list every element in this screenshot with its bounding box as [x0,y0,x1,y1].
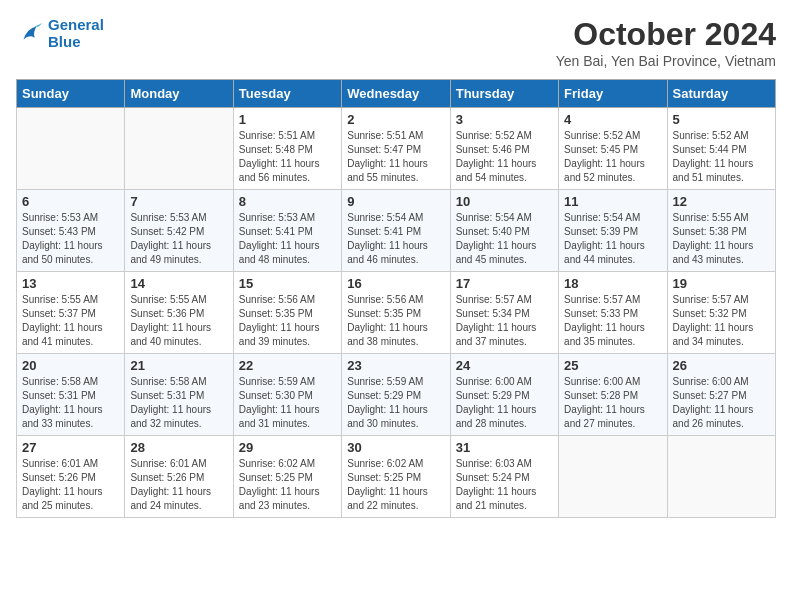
calendar-cell [559,436,667,518]
day-number: 20 [22,358,119,373]
day-info: Sunrise: 5:51 AMSunset: 5:47 PMDaylight:… [347,129,444,185]
logo: General Blue [16,16,104,50]
month-title: October 2024 [556,16,776,53]
calendar-cell: 18Sunrise: 5:57 AMSunset: 5:33 PMDayligh… [559,272,667,354]
calendar-cell: 10Sunrise: 5:54 AMSunset: 5:40 PMDayligh… [450,190,558,272]
calendar-cell: 26Sunrise: 6:00 AMSunset: 5:27 PMDayligh… [667,354,775,436]
calendar-cell: 20Sunrise: 5:58 AMSunset: 5:31 PMDayligh… [17,354,125,436]
day-info: Sunrise: 6:01 AMSunset: 5:26 PMDaylight:… [22,457,119,513]
calendar-cell [17,108,125,190]
day-info: Sunrise: 6:02 AMSunset: 5:25 PMDaylight:… [239,457,336,513]
day-header-saturday: Saturday [667,80,775,108]
calendar-cell: 19Sunrise: 5:57 AMSunset: 5:32 PMDayligh… [667,272,775,354]
day-info: Sunrise: 6:01 AMSunset: 5:26 PMDaylight:… [130,457,227,513]
day-info: Sunrise: 5:54 AMSunset: 5:39 PMDaylight:… [564,211,661,267]
day-number: 6 [22,194,119,209]
calendar-cell: 29Sunrise: 6:02 AMSunset: 5:25 PMDayligh… [233,436,341,518]
day-info: Sunrise: 5:57 AMSunset: 5:34 PMDaylight:… [456,293,553,349]
calendar-cell: 23Sunrise: 5:59 AMSunset: 5:29 PMDayligh… [342,354,450,436]
day-number: 11 [564,194,661,209]
day-number: 23 [347,358,444,373]
calendar-cell: 27Sunrise: 6:01 AMSunset: 5:26 PMDayligh… [17,436,125,518]
calendar-table: SundayMondayTuesdayWednesdayThursdayFrid… [16,79,776,518]
day-number: 31 [456,440,553,455]
calendar-cell: 21Sunrise: 5:58 AMSunset: 5:31 PMDayligh… [125,354,233,436]
calendar-cell: 31Sunrise: 6:03 AMSunset: 5:24 PMDayligh… [450,436,558,518]
day-info: Sunrise: 5:52 AMSunset: 5:44 PMDaylight:… [673,129,770,185]
day-header-tuesday: Tuesday [233,80,341,108]
day-number: 18 [564,276,661,291]
title-block: October 2024 Yen Bai, Yen Bai Province, … [556,16,776,69]
calendar-week-5: 27Sunrise: 6:01 AMSunset: 5:26 PMDayligh… [17,436,776,518]
day-number: 2 [347,112,444,127]
calendar-cell: 30Sunrise: 6:02 AMSunset: 5:25 PMDayligh… [342,436,450,518]
day-number: 26 [673,358,770,373]
calendar-cell: 5Sunrise: 5:52 AMSunset: 5:44 PMDaylight… [667,108,775,190]
calendar-cell: 22Sunrise: 5:59 AMSunset: 5:30 PMDayligh… [233,354,341,436]
day-number: 10 [456,194,553,209]
calendar-cell: 15Sunrise: 5:56 AMSunset: 5:35 PMDayligh… [233,272,341,354]
day-number: 21 [130,358,227,373]
calendar-cell: 1Sunrise: 5:51 AMSunset: 5:48 PMDaylight… [233,108,341,190]
day-info: Sunrise: 5:52 AMSunset: 5:46 PMDaylight:… [456,129,553,185]
page-header: General Blue October 2024 Yen Bai, Yen B… [16,16,776,69]
calendar-cell: 24Sunrise: 6:00 AMSunset: 5:29 PMDayligh… [450,354,558,436]
calendar-cell: 7Sunrise: 5:53 AMSunset: 5:42 PMDaylight… [125,190,233,272]
day-number: 24 [456,358,553,373]
calendar-cell: 13Sunrise: 5:55 AMSunset: 5:37 PMDayligh… [17,272,125,354]
day-number: 8 [239,194,336,209]
calendar-cell: 14Sunrise: 5:55 AMSunset: 5:36 PMDayligh… [125,272,233,354]
day-header-monday: Monday [125,80,233,108]
day-number: 28 [130,440,227,455]
day-info: Sunrise: 5:54 AMSunset: 5:40 PMDaylight:… [456,211,553,267]
calendar-cell: 8Sunrise: 5:53 AMSunset: 5:41 PMDaylight… [233,190,341,272]
day-number: 7 [130,194,227,209]
day-number: 30 [347,440,444,455]
calendar-week-2: 6Sunrise: 5:53 AMSunset: 5:43 PMDaylight… [17,190,776,272]
calendar-week-1: 1Sunrise: 5:51 AMSunset: 5:48 PMDaylight… [17,108,776,190]
day-info: Sunrise: 5:53 AMSunset: 5:41 PMDaylight:… [239,211,336,267]
day-number: 9 [347,194,444,209]
logo-icon [16,19,44,47]
day-number: 19 [673,276,770,291]
day-info: Sunrise: 5:55 AMSunset: 5:37 PMDaylight:… [22,293,119,349]
calendar-cell: 4Sunrise: 5:52 AMSunset: 5:45 PMDaylight… [559,108,667,190]
day-number: 4 [564,112,661,127]
calendar-cell: 11Sunrise: 5:54 AMSunset: 5:39 PMDayligh… [559,190,667,272]
day-info: Sunrise: 5:53 AMSunset: 5:43 PMDaylight:… [22,211,119,267]
logo-text: General Blue [48,16,104,50]
day-number: 25 [564,358,661,373]
day-number: 22 [239,358,336,373]
day-info: Sunrise: 5:54 AMSunset: 5:41 PMDaylight:… [347,211,444,267]
calendar-body: 1Sunrise: 5:51 AMSunset: 5:48 PMDaylight… [17,108,776,518]
day-info: Sunrise: 5:56 AMSunset: 5:35 PMDaylight:… [239,293,336,349]
calendar-cell: 2Sunrise: 5:51 AMSunset: 5:47 PMDaylight… [342,108,450,190]
day-info: Sunrise: 5:57 AMSunset: 5:33 PMDaylight:… [564,293,661,349]
calendar-cell: 12Sunrise: 5:55 AMSunset: 5:38 PMDayligh… [667,190,775,272]
day-info: Sunrise: 5:58 AMSunset: 5:31 PMDaylight:… [22,375,119,431]
day-header-sunday: Sunday [17,80,125,108]
day-number: 16 [347,276,444,291]
day-info: Sunrise: 5:57 AMSunset: 5:32 PMDaylight:… [673,293,770,349]
day-number: 14 [130,276,227,291]
day-number: 17 [456,276,553,291]
day-info: Sunrise: 5:53 AMSunset: 5:42 PMDaylight:… [130,211,227,267]
day-header-thursday: Thursday [450,80,558,108]
day-info: Sunrise: 5:55 AMSunset: 5:38 PMDaylight:… [673,211,770,267]
calendar-cell: 17Sunrise: 5:57 AMSunset: 5:34 PMDayligh… [450,272,558,354]
day-info: Sunrise: 5:52 AMSunset: 5:45 PMDaylight:… [564,129,661,185]
day-header-friday: Friday [559,80,667,108]
day-info: Sunrise: 5:59 AMSunset: 5:29 PMDaylight:… [347,375,444,431]
day-info: Sunrise: 6:03 AMSunset: 5:24 PMDaylight:… [456,457,553,513]
day-info: Sunrise: 5:51 AMSunset: 5:48 PMDaylight:… [239,129,336,185]
day-info: Sunrise: 5:59 AMSunset: 5:30 PMDaylight:… [239,375,336,431]
day-info: Sunrise: 5:55 AMSunset: 5:36 PMDaylight:… [130,293,227,349]
calendar-cell: 16Sunrise: 5:56 AMSunset: 5:35 PMDayligh… [342,272,450,354]
location-subtitle: Yen Bai, Yen Bai Province, Vietnam [556,53,776,69]
day-info: Sunrise: 6:00 AMSunset: 5:27 PMDaylight:… [673,375,770,431]
day-info: Sunrise: 5:58 AMSunset: 5:31 PMDaylight:… [130,375,227,431]
day-number: 27 [22,440,119,455]
day-number: 13 [22,276,119,291]
calendar-cell: 9Sunrise: 5:54 AMSunset: 5:41 PMDaylight… [342,190,450,272]
calendar-cell [125,108,233,190]
